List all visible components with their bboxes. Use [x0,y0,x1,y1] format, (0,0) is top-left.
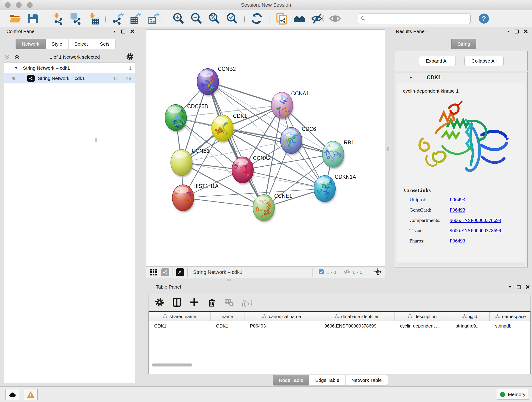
network-node-CDC25B[interactable] [165,104,189,132]
export-image-button[interactable] [147,12,161,26]
table-cell[interactable]: 9606.ENSP00000378699 [319,321,394,331]
network-canvas[interactable]: CCNB2CCNA1CDC25BCDK1CDC6RB1CCNB1CCNA2CDK… [146,29,385,266]
right-splitter-handle[interactable] [386,147,389,151]
table-tab-network-table[interactable]: Network Table [346,375,388,385]
table-row[interactable]: CDK1CDK1P064939606.ENSP00000378699cyclin… [149,321,530,331]
float-panel-icon[interactable]: ▼ [507,30,510,33]
table-cell[interactable]: CDK1 [210,321,244,331]
crosslink-link[interactable]: P06493 [450,207,465,213]
column-header-shared-name[interactable]: shared name [149,312,210,321]
show-panel-button[interactable] [328,12,342,26]
left-splitter-handle[interactable] [95,138,97,142]
tab-select[interactable]: Select [69,39,94,49]
network-node-CDKN1A[interactable] [314,176,336,203]
open-session-button[interactable] [8,12,22,26]
network-node-HIST1H1A[interactable] [172,185,196,212]
collapse-all-icon[interactable] [4,54,10,60]
entry-header[interactable]: ▼ CDK1 [395,72,527,83]
show-columns-icon[interactable] [172,298,182,308]
maximize-panel-icon[interactable] [121,30,125,33]
table-cell[interactable]: cyclin-dependent ... [394,321,450,331]
table-cell[interactable]: P06493 [244,321,319,331]
crosslink-link[interactable]: P06493 [450,197,465,203]
table-cell[interactable]: stringdb [490,321,531,331]
results-panel-title: Results Panel [396,29,426,34]
column-header-namespace[interactable]: namespace [490,312,531,321]
tab-string[interactable]: String [451,39,476,49]
table-cell[interactable]: CDK1 [149,321,210,331]
table-cell[interactable]: stringdb:9... [450,321,490,331]
table-tab-node-table[interactable]: Node Table [273,375,309,385]
network-tree-root-row[interactable]: ▼ String Network – cdk1 1 [4,63,135,73]
network-options-gear-icon[interactable] [126,53,134,61]
tab-style[interactable]: Style [46,39,69,49]
reset-zoom-icon[interactable] [374,268,382,277]
collapse-all-button[interactable]: Collapse All [464,56,504,66]
birdseye-view-icon[interactable] [176,268,184,276]
table-options-gear-icon[interactable] [155,298,164,308]
column-header-at-id[interactable]: @id [450,312,490,321]
import-table-file-button[interactable] [86,12,100,26]
expand-all-icon[interactable] [14,54,20,60]
network-node-CCNB2[interactable] [197,69,219,96]
network-node-CDC6[interactable] [280,128,302,155]
crosslink-link[interactable]: 9606.ENSP00000378699 [450,228,501,234]
refresh-layout-button[interactable] [250,12,264,26]
entry-collapse-icon[interactable]: ▼ [409,76,413,80]
bottom-splitter-handle[interactable] [227,279,231,281]
zoom-out-button[interactable] [189,12,203,26]
memory-button[interactable]: Memory [497,389,529,400]
close-panel-icon[interactable] [524,29,528,33]
import-network-database-button[interactable] [68,12,82,26]
crosslink-link[interactable]: P06493 [450,238,465,244]
column-header-database-identifier[interactable]: database identifier [319,312,394,321]
float-panel-icon[interactable]: ▼ [113,30,116,33]
maximize-panel-icon[interactable] [517,285,520,289]
import-network-file-button[interactable] [51,12,65,26]
table-tab-edge-table[interactable]: Edge Table [309,375,346,385]
zoom-selected-button[interactable] [225,12,239,26]
home-button[interactable] [292,12,307,26]
close-panel-icon[interactable] [130,29,134,33]
network-list-icon[interactable] [161,268,169,276]
float-panel-icon[interactable]: ▼ [508,285,512,289]
results-scrollbar[interactable] [397,263,525,266]
zoom-in-button[interactable] [171,12,186,26]
export-table-button[interactable] [129,12,143,26]
warnings-button[interactable] [24,389,38,400]
tab-sets[interactable]: Sets [94,39,116,49]
expand-all-button[interactable]: Expand All [419,56,456,66]
network-node-CDK1[interactable] [212,115,234,143]
column-header-description[interactable]: description [394,312,450,321]
delete-table-icon[interactable] [224,298,234,308]
add-column-icon[interactable] [190,298,199,308]
cloud-button[interactable] [6,389,19,400]
function-builder-icon[interactable]: f(x) [242,298,253,307]
hide-panel-button[interactable] [310,12,324,26]
zoom-fit-button[interactable] [207,12,221,26]
network-tree-row[interactable]: String Network – cdk1 11 48 [4,73,135,83]
grid-view-icon[interactable] [150,268,157,277]
save-session-button[interactable] [26,12,40,26]
export-network-button[interactable] [111,12,125,26]
network-node-CCNA2[interactable] [232,157,254,184]
column-header-canonical-name[interactable]: canonical name [244,312,319,321]
crosslink-link[interactable]: 9606.ENSP00000378699 [450,217,501,223]
selected-checkbox[interactable] [318,269,324,276]
node-count: 11 [113,76,118,81]
network-node-CCNA1[interactable] [271,92,293,120]
help-button[interactable]: ? [479,13,489,24]
delete-column-icon[interactable] [207,298,216,308]
tree-collapse-icon[interactable]: ▼ [14,66,18,70]
hidden-eye-icon[interactable] [344,268,351,276]
column-header-name[interactable]: name [210,312,244,321]
network-node-CCNB1[interactable] [171,149,193,177]
hscroll-thumb[interactable] [152,364,192,366]
tab-network[interactable]: Network [16,39,46,49]
close-panel-icon[interactable] [526,285,530,289]
network-node-RB1[interactable] [322,141,344,169]
maximize-panel-icon[interactable] [515,30,519,33]
clone-network-button[interactable] [274,12,289,26]
network-node-CCNE1[interactable] [253,195,275,222]
search-input[interactable] [368,16,468,21]
